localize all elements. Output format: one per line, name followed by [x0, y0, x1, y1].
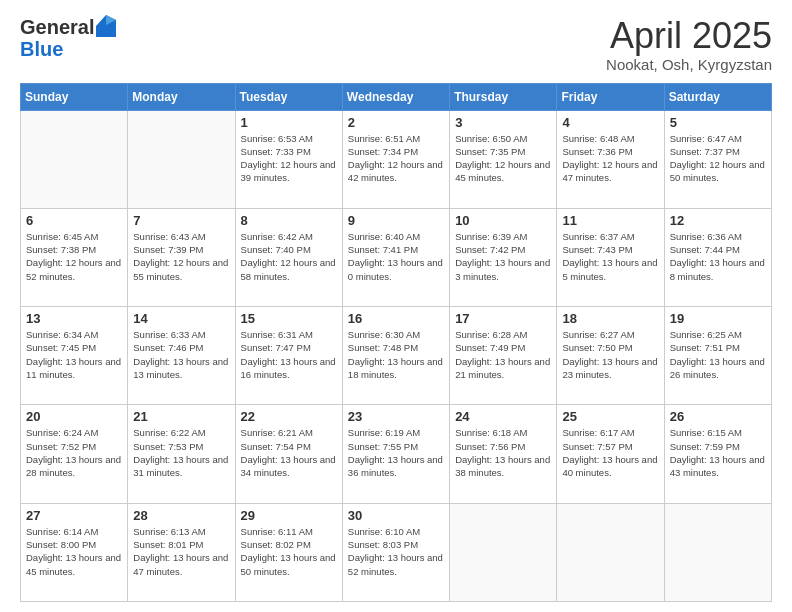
table-row: 17Sunrise: 6:28 AM Sunset: 7:49 PM Dayli…: [450, 307, 557, 405]
col-friday: Friday: [557, 83, 664, 110]
day-info: Sunrise: 6:40 AM Sunset: 7:41 PM Dayligh…: [348, 230, 444, 283]
table-row: 26Sunrise: 6:15 AM Sunset: 7:59 PM Dayli…: [664, 405, 771, 503]
day-number: 10: [455, 213, 551, 228]
day-info: Sunrise: 6:21 AM Sunset: 7:54 PM Dayligh…: [241, 426, 337, 479]
table-row: 6Sunrise: 6:45 AM Sunset: 7:38 PM Daylig…: [21, 208, 128, 306]
day-number: 21: [133, 409, 229, 424]
table-row: 5Sunrise: 6:47 AM Sunset: 7:37 PM Daylig…: [664, 110, 771, 208]
logo-general-text: General: [20, 16, 94, 38]
day-info: Sunrise: 6:34 AM Sunset: 7:45 PM Dayligh…: [26, 328, 122, 381]
day-info: Sunrise: 6:53 AM Sunset: 7:33 PM Dayligh…: [241, 132, 337, 185]
day-number: 26: [670, 409, 766, 424]
table-row: [450, 503, 557, 601]
table-row: 30Sunrise: 6:10 AM Sunset: 8:03 PM Dayli…: [342, 503, 449, 601]
day-number: 16: [348, 311, 444, 326]
table-row: 2Sunrise: 6:51 AM Sunset: 7:34 PM Daylig…: [342, 110, 449, 208]
table-row: [128, 110, 235, 208]
day-info: Sunrise: 6:22 AM Sunset: 7:53 PM Dayligh…: [133, 426, 229, 479]
day-info: Sunrise: 6:51 AM Sunset: 7:34 PM Dayligh…: [348, 132, 444, 185]
day-number: 9: [348, 213, 444, 228]
day-info: Sunrise: 6:37 AM Sunset: 7:43 PM Dayligh…: [562, 230, 658, 283]
table-row: 11Sunrise: 6:37 AM Sunset: 7:43 PM Dayli…: [557, 208, 664, 306]
day-info: Sunrise: 6:43 AM Sunset: 7:39 PM Dayligh…: [133, 230, 229, 283]
day-number: 3: [455, 115, 551, 130]
calendar-week-row: 13Sunrise: 6:34 AM Sunset: 7:45 PM Dayli…: [21, 307, 772, 405]
logo: General Blue: [20, 16, 116, 60]
day-number: 12: [670, 213, 766, 228]
table-row: 23Sunrise: 6:19 AM Sunset: 7:55 PM Dayli…: [342, 405, 449, 503]
calendar-week-row: 20Sunrise: 6:24 AM Sunset: 7:52 PM Dayli…: [21, 405, 772, 503]
title-block: April 2025 Nookat, Osh, Kyrgyzstan: [606, 16, 772, 73]
day-number: 17: [455, 311, 551, 326]
day-number: 20: [26, 409, 122, 424]
day-info: Sunrise: 6:50 AM Sunset: 7:35 PM Dayligh…: [455, 132, 551, 185]
day-number: 13: [26, 311, 122, 326]
calendar-title: April 2025: [606, 16, 772, 56]
day-info: Sunrise: 6:33 AM Sunset: 7:46 PM Dayligh…: [133, 328, 229, 381]
table-row: 13Sunrise: 6:34 AM Sunset: 7:45 PM Dayli…: [21, 307, 128, 405]
table-row: 14Sunrise: 6:33 AM Sunset: 7:46 PM Dayli…: [128, 307, 235, 405]
table-row: 19Sunrise: 6:25 AM Sunset: 7:51 PM Dayli…: [664, 307, 771, 405]
day-info: Sunrise: 6:17 AM Sunset: 7:57 PM Dayligh…: [562, 426, 658, 479]
col-thursday: Thursday: [450, 83, 557, 110]
table-row: 9Sunrise: 6:40 AM Sunset: 7:41 PM Daylig…: [342, 208, 449, 306]
day-number: 11: [562, 213, 658, 228]
day-info: Sunrise: 6:31 AM Sunset: 7:47 PM Dayligh…: [241, 328, 337, 381]
day-number: 4: [562, 115, 658, 130]
day-info: Sunrise: 6:25 AM Sunset: 7:51 PM Dayligh…: [670, 328, 766, 381]
day-number: 6: [26, 213, 122, 228]
day-info: Sunrise: 6:27 AM Sunset: 7:50 PM Dayligh…: [562, 328, 658, 381]
calendar-subtitle: Nookat, Osh, Kyrgyzstan: [606, 56, 772, 73]
day-number: 23: [348, 409, 444, 424]
table-row: 12Sunrise: 6:36 AM Sunset: 7:44 PM Dayli…: [664, 208, 771, 306]
col-monday: Monday: [128, 83, 235, 110]
day-number: 7: [133, 213, 229, 228]
day-number: 24: [455, 409, 551, 424]
day-info: Sunrise: 6:42 AM Sunset: 7:40 PM Dayligh…: [241, 230, 337, 283]
day-info: Sunrise: 6:47 AM Sunset: 7:37 PM Dayligh…: [670, 132, 766, 185]
table-row: 1Sunrise: 6:53 AM Sunset: 7:33 PM Daylig…: [235, 110, 342, 208]
table-row: 27Sunrise: 6:14 AM Sunset: 8:00 PM Dayli…: [21, 503, 128, 601]
day-number: 30: [348, 508, 444, 523]
col-tuesday: Tuesday: [235, 83, 342, 110]
table-row: 25Sunrise: 6:17 AM Sunset: 7:57 PM Dayli…: [557, 405, 664, 503]
calendar-table: Sunday Monday Tuesday Wednesday Thursday…: [20, 83, 772, 602]
day-info: Sunrise: 6:28 AM Sunset: 7:49 PM Dayligh…: [455, 328, 551, 381]
day-info: Sunrise: 6:36 AM Sunset: 7:44 PM Dayligh…: [670, 230, 766, 283]
table-row: 28Sunrise: 6:13 AM Sunset: 8:01 PM Dayli…: [128, 503, 235, 601]
table-row: [21, 110, 128, 208]
header: General Blue April 2025 Nookat, Osh, Kyr…: [20, 16, 772, 73]
calendar-week-row: 27Sunrise: 6:14 AM Sunset: 8:00 PM Dayli…: [21, 503, 772, 601]
day-info: Sunrise: 6:14 AM Sunset: 8:00 PM Dayligh…: [26, 525, 122, 578]
page: General Blue April 2025 Nookat, Osh, Kyr…: [0, 0, 792, 612]
table-row: 10Sunrise: 6:39 AM Sunset: 7:42 PM Dayli…: [450, 208, 557, 306]
day-number: 29: [241, 508, 337, 523]
day-info: Sunrise: 6:11 AM Sunset: 8:02 PM Dayligh…: [241, 525, 337, 578]
table-row: 7Sunrise: 6:43 AM Sunset: 7:39 PM Daylig…: [128, 208, 235, 306]
day-number: 22: [241, 409, 337, 424]
day-number: 15: [241, 311, 337, 326]
calendar-header-row: Sunday Monday Tuesday Wednesday Thursday…: [21, 83, 772, 110]
table-row: 4Sunrise: 6:48 AM Sunset: 7:36 PM Daylig…: [557, 110, 664, 208]
logo-icon: [96, 15, 116, 37]
calendar-week-row: 1Sunrise: 6:53 AM Sunset: 7:33 PM Daylig…: [21, 110, 772, 208]
day-info: Sunrise: 6:48 AM Sunset: 7:36 PM Dayligh…: [562, 132, 658, 185]
day-number: 28: [133, 508, 229, 523]
day-number: 19: [670, 311, 766, 326]
day-info: Sunrise: 6:15 AM Sunset: 7:59 PM Dayligh…: [670, 426, 766, 479]
day-number: 25: [562, 409, 658, 424]
day-number: 2: [348, 115, 444, 130]
table-row: 21Sunrise: 6:22 AM Sunset: 7:53 PM Dayli…: [128, 405, 235, 503]
day-info: Sunrise: 6:24 AM Sunset: 7:52 PM Dayligh…: [26, 426, 122, 479]
table-row: 24Sunrise: 6:18 AM Sunset: 7:56 PM Dayli…: [450, 405, 557, 503]
day-info: Sunrise: 6:19 AM Sunset: 7:55 PM Dayligh…: [348, 426, 444, 479]
table-row: [557, 503, 664, 601]
day-info: Sunrise: 6:13 AM Sunset: 8:01 PM Dayligh…: [133, 525, 229, 578]
day-info: Sunrise: 6:30 AM Sunset: 7:48 PM Dayligh…: [348, 328, 444, 381]
day-number: 14: [133, 311, 229, 326]
day-info: Sunrise: 6:10 AM Sunset: 8:03 PM Dayligh…: [348, 525, 444, 578]
day-number: 5: [670, 115, 766, 130]
logo-blue-text: Blue: [20, 38, 63, 60]
day-info: Sunrise: 6:45 AM Sunset: 7:38 PM Dayligh…: [26, 230, 122, 283]
day-number: 27: [26, 508, 122, 523]
